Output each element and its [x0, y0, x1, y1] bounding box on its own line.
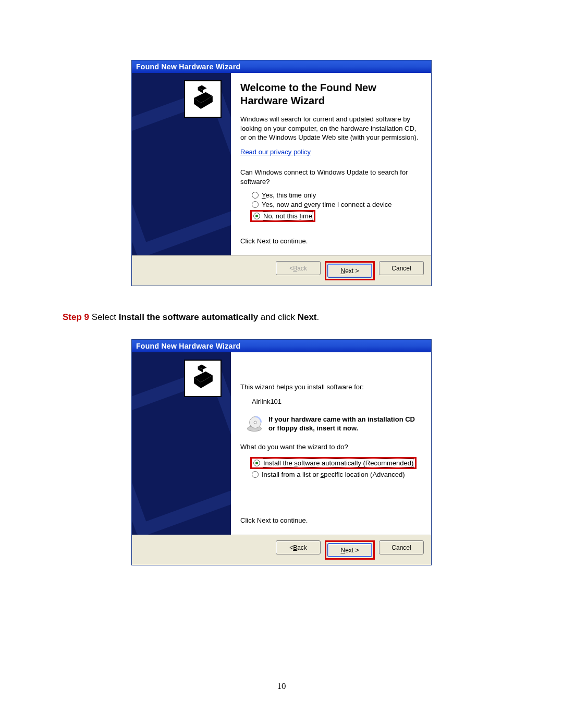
- radio-advanced[interactable]: Install from a list or specific location…: [240, 471, 422, 478]
- device-name: Airlink101: [240, 397, 422, 406]
- wizard-heading: Welcome to the Found New Hardware Wizard: [240, 81, 422, 107]
- wizard-body: This wizard helps you install software f…: [132, 352, 431, 535]
- intro-text: Windows will search for current and upda…: [240, 115, 422, 142]
- radio-icon: [252, 192, 259, 199]
- titlebar-text: Found New Hardware Wizard: [136, 342, 240, 350]
- wizard-content: This wizard helps you install software f…: [231, 352, 431, 535]
- cd-hint: If your hardware came with an installati…: [246, 415, 422, 433]
- svg-point-14: [254, 421, 256, 424]
- question-text: What do you want the wizard to do?: [240, 442, 422, 452]
- back-button: < Back: [276, 261, 321, 275]
- next-button[interactable]: Next >: [327, 543, 372, 557]
- button-bar: < Back Next > Cancel: [132, 535, 431, 565]
- side-panel: [132, 73, 231, 255]
- radio-yes-once[interactable]: Yes, this time only: [240, 191, 422, 199]
- step-text: Select: [89, 312, 119, 322]
- continue-text: Click Next to continue.: [240, 516, 308, 525]
- radio-icon: [252, 201, 259, 208]
- page-number: 10: [0, 681, 563, 692]
- radio-label: Install from a list or specific location…: [262, 471, 405, 478]
- step-number: Step 9: [63, 312, 89, 322]
- back-button[interactable]: < Back: [276, 540, 321, 554]
- radio-icon[interactable]: [253, 213, 260, 219]
- radio-no-label[interactable]: No, not this time: [263, 212, 312, 220]
- button-bar: < Back Next > Cancel: [132, 255, 431, 286]
- highlight-red: Install the software automatically (Reco…: [250, 457, 417, 469]
- privacy-link[interactable]: Read our privacy policy: [240, 148, 311, 156]
- cd-icon: [246, 415, 263, 433]
- radio-label: Yes, this time only: [262, 191, 316, 199]
- radio-no-wrapper: No, not this time: [240, 210, 422, 222]
- wizard-2: Found New Hardware Wizard: [131, 339, 432, 565]
- wizard-1: Found New Hardware Wizard: [131, 60, 432, 286]
- titlebar: Found New Hardware Wizard: [132, 340, 431, 352]
- cd-text: If your hardware came with an installati…: [268, 415, 422, 433]
- highlight-red: Next >: [325, 540, 375, 560]
- step-instruction: Step 9 Select Install the software autom…: [63, 312, 459, 323]
- wizard-body: Welcome to the Found New Hardware Wizard…: [132, 73, 431, 255]
- highlight-red: Next >: [325, 261, 375, 280]
- hardware-icon: [184, 360, 222, 397]
- radio-auto-wrapper: Install the software automatically (Reco…: [240, 457, 422, 469]
- next-button[interactable]: Next >: [327, 264, 372, 278]
- wizard-content: Welcome to the Found New Hardware Wizard…: [231, 73, 431, 255]
- continue-text: Click Next to continue.: [240, 237, 308, 246]
- question-text: Can Windows connect to Windows Update to…: [240, 168, 422, 186]
- step-bold: Next: [298, 312, 317, 322]
- highlight-red: No, not this time: [250, 210, 315, 222]
- titlebar: Found New Hardware Wizard: [132, 60, 431, 73]
- cancel-button[interactable]: Cancel: [379, 540, 424, 554]
- radio-auto-label[interactable]: Install the software automatically (Reco…: [263, 459, 413, 467]
- intro-text: This wizard helps you install software f…: [240, 382, 422, 392]
- radio-icon: [252, 471, 259, 478]
- hardware-icon: [184, 80, 222, 118]
- radio-icon[interactable]: [253, 460, 260, 466]
- step-text: .: [317, 312, 320, 322]
- step-bold: Install the software automatically: [119, 312, 258, 322]
- radio-label: Yes, now and every time I connect a devi…: [262, 201, 392, 208]
- titlebar-text: Found New Hardware Wizard: [136, 63, 240, 71]
- step-text: and click: [258, 312, 298, 322]
- cancel-button[interactable]: Cancel: [379, 261, 424, 275]
- radio-yes-always[interactable]: Yes, now and every time I connect a devi…: [240, 201, 422, 208]
- side-panel: [132, 352, 231, 535]
